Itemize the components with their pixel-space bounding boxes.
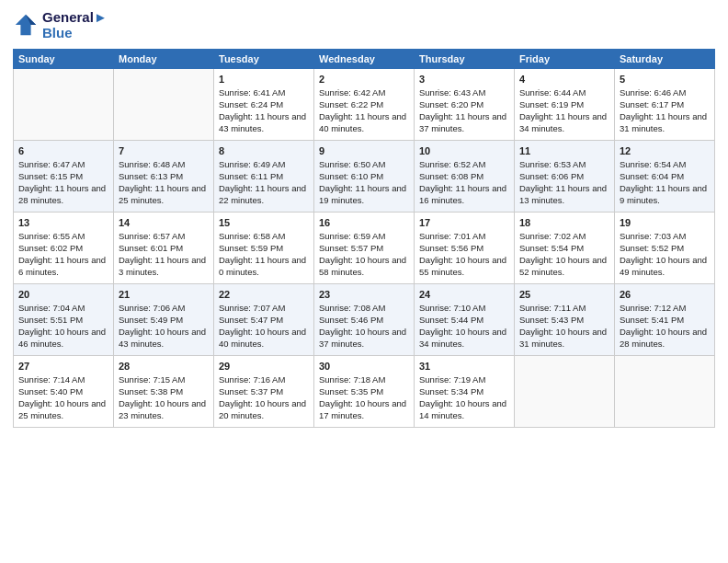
day-cell: 12Sunrise: 6:54 AMSunset: 6:04 PMDayligh… [615, 140, 715, 212]
day-number: 1 [219, 73, 309, 86]
day-cell: 15Sunrise: 6:58 AMSunset: 5:59 PMDayligh… [214, 212, 314, 283]
day-cell: 7Sunrise: 6:48 AMSunset: 6:13 PMDaylight… [114, 140, 214, 212]
sunrise-text: Sunrise: 6:47 AM [18, 159, 108, 171]
logo: General► Blue [13, 9, 108, 41]
sunset-text: Sunset: 6:15 PM [18, 171, 108, 183]
day-cell: 8Sunrise: 6:49 AMSunset: 6:11 PMDaylight… [214, 140, 314, 212]
sunset-text: Sunset: 6:19 PM [519, 99, 609, 111]
day-cell [515, 355, 615, 427]
day-cell: 17Sunrise: 7:01 AMSunset: 5:56 PMDayligh… [415, 212, 515, 283]
sunset-text: Sunset: 5:37 PM [219, 386, 309, 398]
header-cell-tuesday: Tuesday [214, 49, 314, 68]
day-number: 28 [119, 360, 209, 373]
day-cell: 31Sunrise: 7:19 AMSunset: 5:34 PMDayligh… [415, 355, 515, 427]
week-row-5: 27Sunrise: 7:14 AMSunset: 5:40 PMDayligh… [14, 355, 715, 427]
sunset-text: Sunset: 5:52 PM [620, 243, 710, 255]
sunrise-text: Sunrise: 7:02 AM [519, 231, 609, 243]
daylight-text: Daylight: 11 hours and 6 minutes. [18, 255, 108, 279]
day-number: 15 [219, 216, 309, 230]
day-cell: 20Sunrise: 7:04 AMSunset: 5:51 PMDayligh… [14, 283, 114, 355]
sunrise-text: Sunrise: 6:44 AM [519, 87, 609, 99]
daylight-text: Daylight: 10 hours and 49 minutes. [620, 255, 710, 279]
sunrise-text: Sunrise: 7:08 AM [319, 303, 409, 315]
sunset-text: Sunset: 5:40 PM [18, 386, 108, 398]
sunrise-text: Sunrise: 6:42 AM [319, 87, 409, 99]
day-cell: 21Sunrise: 7:06 AMSunset: 5:49 PMDayligh… [114, 283, 214, 355]
day-number: 23 [319, 288, 409, 302]
day-number: 30 [319, 360, 409, 373]
daylight-text: Daylight: 10 hours and 40 minutes. [219, 327, 309, 350]
day-number: 27 [18, 360, 108, 373]
logo-icon [13, 12, 39, 38]
sunset-text: Sunset: 6:22 PM [319, 99, 409, 111]
week-row-1: 1Sunrise: 6:41 AMSunset: 6:24 PMDaylight… [14, 68, 715, 140]
sunset-text: Sunset: 5:57 PM [319, 243, 409, 255]
day-number: 16 [319, 216, 409, 230]
sunrise-text: Sunrise: 6:59 AM [319, 231, 409, 243]
header-cell-sunday: Sunday [14, 49, 114, 68]
daylight-text: Daylight: 10 hours and 55 minutes. [419, 255, 509, 279]
sunrise-text: Sunrise: 7:03 AM [620, 231, 710, 243]
day-number: 2 [319, 73, 409, 86]
day-number: 21 [119, 288, 209, 302]
daylight-text: Daylight: 10 hours and 37 minutes. [319, 327, 409, 350]
sunset-text: Sunset: 6:04 PM [620, 171, 710, 183]
header-cell-thursday: Thursday [415, 49, 515, 68]
daylight-text: Daylight: 11 hours and 22 minutes. [219, 183, 309, 207]
header-row: SundayMondayTuesdayWednesdayThursdayFrid… [14, 49, 715, 68]
sunset-text: Sunset: 6:10 PM [319, 171, 409, 183]
header-cell-wednesday: Wednesday [314, 49, 415, 68]
sunset-text: Sunset: 6:02 PM [18, 243, 108, 255]
daylight-text: Daylight: 11 hours and 34 minutes. [519, 111, 609, 135]
sunset-text: Sunset: 5:34 PM [419, 386, 509, 398]
daylight-text: Daylight: 10 hours and 20 minutes. [219, 398, 309, 422]
daylight-text: Daylight: 10 hours and 14 minutes. [419, 398, 509, 422]
day-cell: 14Sunrise: 6:57 AMSunset: 6:01 PMDayligh… [114, 212, 214, 283]
day-number: 19 [620, 216, 710, 230]
header-cell-saturday: Saturday [615, 49, 715, 68]
daylight-text: Daylight: 10 hours and 31 minutes. [519, 327, 609, 350]
sunset-text: Sunset: 6:20 PM [419, 99, 509, 111]
sunset-text: Sunset: 5:35 PM [319, 386, 409, 398]
sunrise-text: Sunrise: 6:52 AM [419, 159, 509, 171]
sunset-text: Sunset: 5:54 PM [519, 243, 609, 255]
sunrise-text: Sunrise: 6:57 AM [119, 231, 209, 243]
sunrise-text: Sunrise: 6:48 AM [119, 159, 209, 171]
day-number: 10 [419, 144, 509, 158]
day-number: 25 [519, 288, 609, 302]
sunrise-text: Sunrise: 6:49 AM [219, 159, 309, 171]
daylight-text: Daylight: 10 hours and 34 minutes. [419, 327, 509, 350]
day-number: 14 [119, 216, 209, 230]
day-number: 3 [419, 73, 509, 86]
sunset-text: Sunset: 5:41 PM [620, 315, 710, 327]
day-cell: 11Sunrise: 6:53 AMSunset: 6:06 PMDayligh… [515, 140, 615, 212]
day-cell [615, 355, 715, 427]
sunset-text: Sunset: 5:51 PM [18, 315, 108, 327]
daylight-text: Daylight: 10 hours and 28 minutes. [620, 327, 710, 350]
daylight-text: Daylight: 11 hours and 43 minutes. [219, 111, 309, 135]
day-number: 6 [18, 144, 108, 158]
daylight-text: Daylight: 10 hours and 43 minutes. [119, 327, 209, 350]
sunset-text: Sunset: 5:47 PM [219, 315, 309, 327]
sunset-text: Sunset: 5:43 PM [519, 315, 609, 327]
daylight-text: Daylight: 11 hours and 0 minutes. [219, 255, 309, 279]
sunrise-text: Sunrise: 7:11 AM [519, 303, 609, 315]
day-cell: 5Sunrise: 6:46 AMSunset: 6:17 PMDaylight… [615, 68, 715, 140]
sunrise-text: Sunrise: 7:16 AM [219, 374, 309, 386]
sunrise-text: Sunrise: 6:46 AM [620, 87, 710, 99]
sunrise-text: Sunrise: 6:53 AM [519, 159, 609, 171]
day-cell: 29Sunrise: 7:16 AMSunset: 5:37 PMDayligh… [214, 355, 314, 427]
day-cell [114, 68, 214, 140]
day-number: 18 [519, 216, 609, 230]
sunset-text: Sunset: 6:01 PM [119, 243, 209, 255]
daylight-text: Daylight: 10 hours and 17 minutes. [319, 398, 409, 422]
page: General► Blue SundayMondayTuesdayWednesd… [0, 0, 728, 563]
day-cell: 18Sunrise: 7:02 AMSunset: 5:54 PMDayligh… [515, 212, 615, 283]
sunset-text: Sunset: 6:08 PM [419, 171, 509, 183]
sunset-text: Sunset: 5:59 PM [219, 243, 309, 255]
sunset-text: Sunset: 5:49 PM [119, 315, 209, 327]
day-cell: 10Sunrise: 6:52 AMSunset: 6:08 PMDayligh… [415, 140, 515, 212]
sunset-text: Sunset: 6:17 PM [620, 99, 710, 111]
day-cell: 28Sunrise: 7:15 AMSunset: 5:38 PMDayligh… [114, 355, 214, 427]
week-row-2: 6Sunrise: 6:47 AMSunset: 6:15 PMDaylight… [14, 140, 715, 212]
